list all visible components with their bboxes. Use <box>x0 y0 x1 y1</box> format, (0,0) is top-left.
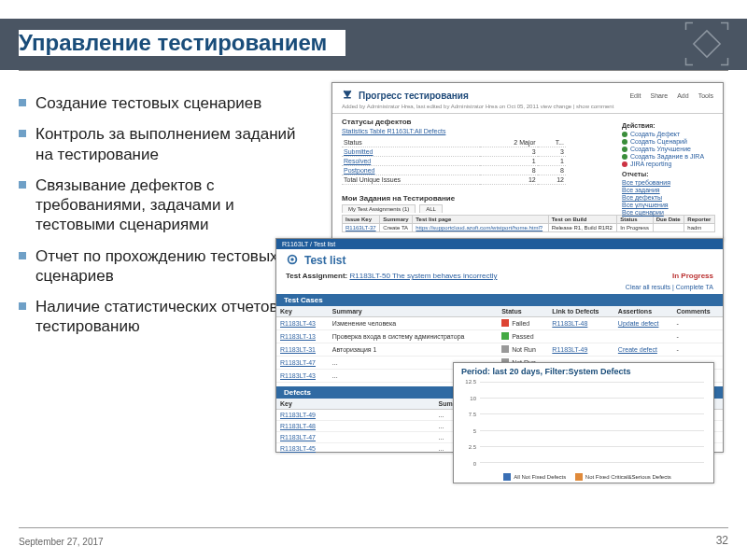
bullet-item: Связывание дефектов с требованиями, зада… <box>19 175 317 235</box>
y-tick-label: 10 <box>458 396 476 401</box>
defect-key[interactable]: R1183LT-45 <box>280 445 316 452</box>
panel-testlist-header: Test list <box>276 249 723 272</box>
task-link[interactable]: https://supportcloud.azoft.com/wtstport/… <box>416 225 543 231</box>
slide-title: Управление тестированием <box>19 30 345 56</box>
col-t: T... <box>538 138 566 147</box>
sidebar-reports-heading: Отчеты: <box>622 171 715 177</box>
bullet-item: Наличие статистических отчетов по тестир… <box>19 297 317 337</box>
testlist-sublinks[interactable]: Clear all results | Complete TA <box>276 284 723 294</box>
breadcrumb-bar: R1163LT / Test list <box>276 239 723 249</box>
sidebar-action[interactable]: Создать Улучшение <box>622 146 715 152</box>
y-tick-label: 5 <box>458 428 476 434</box>
tab-mytasks[interactable]: My Test Assignments (1) <box>342 204 416 213</box>
task-key[interactable]: R1163LT-37 <box>345 225 376 231</box>
defect-key[interactable]: R1183LT-47 <box>280 434 316 441</box>
bullet-item: Отчет по прохождению тестовых сценариев <box>19 246 317 287</box>
tools-action[interactable]: Tools <box>698 92 713 99</box>
status-table: Status2 MajorT... Submitted33 Resolved11… <box>342 138 566 185</box>
panel-progress-sidebar: Действия: Создать Дефект Создать Сценари… <box>622 122 715 217</box>
sidebar-report[interactable]: Все требования <box>622 179 715 186</box>
status-submitted[interactable]: Submitted <box>344 148 374 155</box>
share-action[interactable]: Share <box>651 92 669 99</box>
panel-progress-meta: Added by Administrator Hrea, last edited… <box>332 104 723 114</box>
plus-icon <box>622 132 627 137</box>
status-icon <box>501 332 509 340</box>
title-underline <box>19 70 728 71</box>
page-number: 32 <box>716 534 728 547</box>
plus-icon <box>622 147 627 152</box>
defect-action[interactable]: Update defect <box>618 320 659 327</box>
panel-progress: Прогресс тестирования Edit Share Add Too… <box>331 82 724 241</box>
screenshot-stack: Прогресс тестирования Edit Share Add Too… <box>331 82 724 483</box>
defect-action[interactable]: Create defect <box>618 346 657 353</box>
app-icon <box>342 89 353 102</box>
sidebar-report[interactable]: Все сценарии <box>622 209 715 216</box>
add-action[interactable]: Add <box>677 92 688 99</box>
col-status: Status <box>342 138 480 147</box>
chart-plot-area <box>480 382 704 462</box>
panel-chart: Period: last 20 days, Filter:System Defe… <box>453 362 714 483</box>
tc-key[interactable]: R1183LT-43 <box>280 320 316 327</box>
test-case-row: R1183LT-43Изменение человекаFailedR1183L… <box>276 317 723 330</box>
sidebar-action[interactable]: Создать Задание в JIRA <box>622 153 715 160</box>
panel-progress-header: Прогресс тестирования Edit Share Add Too… <box>332 83 723 104</box>
defect-link[interactable]: R1183LT-49 <box>552 346 587 353</box>
plus-icon <box>622 154 627 160</box>
bullet-item: Контроль за выполнением заданий на тести… <box>19 124 317 164</box>
defect-key[interactable]: R1183LT-49 <box>280 412 316 418</box>
sidebar-report[interactable]: Все улучшения <box>622 202 715 208</box>
y-tick-label: 0 <box>458 461 476 467</box>
sidebar-report[interactable]: Все задания <box>622 187 715 193</box>
testlist-title: Test list <box>304 254 345 267</box>
tc-key[interactable]: R1183LT-47 <box>280 359 316 366</box>
defect-key[interactable]: R1183LT-48 <box>280 423 316 429</box>
status-resolved[interactable]: Resolved <box>344 158 371 164</box>
sidebar-report[interactable]: Все дефекты <box>622 194 715 201</box>
test-cases-heading: Test Cases <box>276 294 723 306</box>
svg-rect-0 <box>694 31 720 57</box>
test-case-row: R1183LT-13Проверка входа в систему админ… <box>276 330 723 343</box>
defect-link[interactable]: R1183LT-48 <box>552 320 587 327</box>
svg-point-2 <box>290 258 294 261</box>
gear-icon <box>286 253 299 268</box>
status-icon <box>501 345 509 353</box>
status-postponed[interactable]: Postponed <box>344 167 374 174</box>
tc-key[interactable]: R1183LT-31 <box>280 346 316 353</box>
panel-progress-actions: Edit Share Add Tools <box>629 92 713 99</box>
corner-decoration-icon <box>684 21 730 67</box>
task-row: R1163LT-37 Create TA https://supportclou… <box>343 224 715 232</box>
legend-swatch-orange <box>575 473 583 481</box>
edit-action[interactable]: Edit <box>629 92 641 99</box>
tc-key[interactable]: R1183LT-43 <box>280 372 316 379</box>
y-tick-label: 12.5 <box>458 379 476 385</box>
footer-rule <box>19 527 728 528</box>
legend-swatch-blue <box>503 473 511 481</box>
chart-legend: All Not Fixed Defects Not Fixed Critical… <box>454 473 713 481</box>
col-major: 2 Major <box>480 138 538 147</box>
tasks-table: Issue Key Summary Test list page Test on… <box>342 215 715 232</box>
tc-key[interactable]: R1183LT-13 <box>280 333 316 340</box>
footer-date: September 27, 2017 <box>19 537 104 547</box>
link-icon <box>622 161 627 167</box>
plus-icon <box>622 139 627 145</box>
chart-title: Period: last 20 days, Filter:System Defe… <box>454 363 713 376</box>
y-tick-label: 7.5 <box>458 412 476 417</box>
bullet-list: Создание тестовых сценариев Контроль за … <box>19 93 317 348</box>
status-icon <box>501 319 509 327</box>
sidebar-actions-heading: Действия: <box>622 122 715 129</box>
status-total: Total Unique Issues <box>342 175 480 185</box>
tab-all[interactable]: ALL <box>419 204 443 213</box>
sidebar-action[interactable]: Создать Дефект <box>622 131 715 137</box>
panel-progress-title: Прогресс тестирования <box>359 91 469 101</box>
bullet-item: Создание тестовых сценариев <box>19 93 317 113</box>
sidebar-action[interactable]: Создать Сценарий <box>622 138 715 145</box>
sidebar-action[interactable]: JIRA reporting <box>622 161 715 167</box>
y-tick-label: 2.5 <box>458 444 476 450</box>
test-case-row: R1183LT-31Авторизация 1Not RunR1183LT-49… <box>276 343 723 357</box>
assignment-link[interactable]: R1183LT-50 The system behaves incorrectl… <box>349 272 497 280</box>
assignment-status: In Progress <box>672 272 713 280</box>
